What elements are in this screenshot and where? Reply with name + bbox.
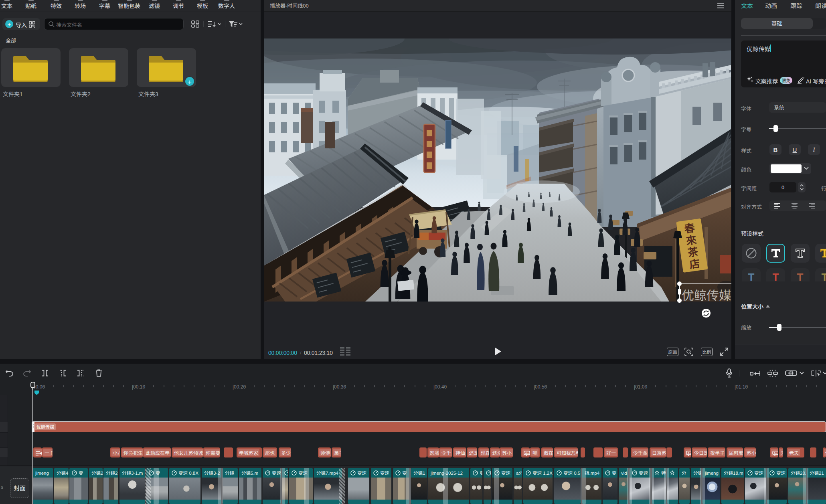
svg-text:Aa: Aa <box>774 451 778 455</box>
svg-text:店: 店 <box>688 255 701 271</box>
svg-text:Aa: Aa <box>688 451 692 455</box>
svg-text:Aa: Aa <box>525 451 529 455</box>
